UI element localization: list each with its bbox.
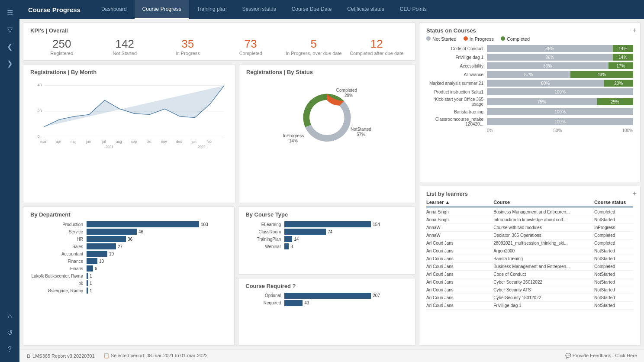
svg-text:sep: sep	[131, 140, 137, 144]
dept-row-service: Service 46	[30, 229, 227, 235]
footer-feedback[interactable]: 💬 Provide Feedback - Click Here	[565, 353, 637, 359]
footer-middle: 📋 Selected period: 08-mar-2021 to 01-mar…	[103, 353, 208, 359]
kpi-completed: 73 Completed	[219, 37, 283, 56]
kpi-registered-label: Registered	[30, 51, 93, 56]
menu-icon[interactable]: ☰	[7, 9, 13, 17]
status-bar-marked: Marked analysis summer 21 80% 20%	[426, 80, 633, 87]
list-item: Ari Couri Jans Code of Conduct NotStarte…	[426, 271, 633, 278]
footer-left: 🗋 LMS365 Report v3 20220301	[26, 353, 95, 359]
status-bar-accessibility: Accessibility 83% 17%	[426, 62, 633, 69]
kpi-title: KPI's | Overall	[30, 27, 408, 34]
status-bar-kickstart: *Kick-start your Office 365 usage 75% 25…	[426, 97, 633, 107]
status-courses-title: Status on Courses	[426, 27, 633, 34]
app-title: Course Progress	[28, 6, 80, 13]
course-type-card: By Course Type ELearning 154 ClassRoom 7…	[238, 207, 415, 275]
svg-text:apr: apr	[56, 140, 61, 144]
dept-row-finance: Finance 10	[30, 258, 227, 264]
left-panel: KPI's | Overall 250 Registered 142 Not S…	[19, 19, 419, 349]
kpi-card: KPI's | Overall 250 Registered 142 Not S…	[23, 23, 415, 61]
nav-training-plan[interactable]: Training plan	[189, 0, 235, 19]
bar-axis: 0%50%100%	[426, 128, 633, 133]
kpi-registered: 250 Registered	[30, 37, 93, 56]
kpi-in-progress-label: In Progress	[156, 51, 219, 56]
kpi-completed-overdue-value: 12	[345, 37, 409, 51]
kpi-completed-label: Completed	[219, 51, 283, 56]
svg-text:NotStarted: NotStarted	[351, 127, 371, 132]
list-item: AnnaW Declaton 365 Operations Completed	[426, 232, 633, 239]
list-item: Anna Singh Business Management and Entre…	[426, 208, 633, 216]
list-item: Ari Couri Jans CyberSecurity 18012022 No…	[426, 294, 633, 302]
list-body: Anna Singh Business Management and Entre…	[426, 208, 633, 341]
footer: 🗋 LMS365 Report v3 20220301 📋 Selected p…	[19, 349, 644, 362]
svg-text:0: 0	[37, 134, 39, 139]
kpi-in-progress-value: 35	[156, 37, 219, 51]
nav-course-due-date[interactable]: Course Due Date	[284, 0, 340, 19]
refresh-icon[interactable]: ↺	[7, 329, 13, 337]
status-bar-allowance: Allowance 57% 43%	[426, 71, 633, 78]
main-area: Course Progress Dashboard Course Progres…	[19, 0, 644, 362]
kpi-completed-value: 73	[219, 37, 283, 51]
kpi-completed-overdue: 12 Completed after due date	[345, 37, 409, 56]
dept-title: By Department	[30, 211, 227, 218]
course-required-title: Course Required ?	[245, 283, 408, 289]
expand-right-icon[interactable]: ❯	[7, 59, 13, 68]
svg-text:mar: mar	[40, 140, 46, 144]
kpi-overdue-label: In Progress, over due date	[282, 51, 345, 56]
course-required-card: Course Required ? Optional 207 Required …	[238, 278, 415, 346]
nav-course-progress[interactable]: Course Progress	[135, 0, 189, 19]
svg-text:57%: 57%	[357, 132, 365, 137]
svg-text:jan: jan	[191, 140, 196, 144]
course-type-bars: ELearning 154 ClassRoom 74 TrainingPlan	[245, 221, 408, 249]
kpi-values: 250 Registered 142 Not Started 35 In Pro…	[30, 37, 408, 56]
svg-text:okt: okt	[147, 140, 152, 144]
status-courses-add-button[interactable]: +	[633, 26, 637, 34]
svg-marker-6	[44, 86, 224, 127]
nav-items: Dashboard Course Progress Training plan …	[93, 0, 435, 19]
kpi-overdue-value: 5	[282, 37, 345, 51]
cr-row-required: Required 43	[245, 300, 408, 306]
nav-dashboard[interactable]: Dashboard	[93, 0, 135, 19]
donut-svg: Completed 29% InProgress 14% NotStarted …	[284, 79, 370, 157]
svg-text:20: 20	[37, 109, 42, 113]
registrations-status-card: Registrations | By Status	[239, 64, 415, 203]
svg-text:2021: 2021	[106, 145, 114, 149]
list-learners-add-button[interactable]: +	[633, 190, 637, 197]
dept-row-production: Production 103	[30, 221, 227, 227]
nav-session-status[interactable]: Session status	[235, 0, 284, 19]
nav-certificate-status[interactable]: Cetificate status	[339, 0, 392, 19]
kpi-in-progress: 35 In Progress	[156, 37, 219, 56]
status-courses-card: + Status on Courses Not Started In Progr…	[419, 23, 641, 182]
svg-point-21	[313, 103, 341, 132]
list-item: Ari Couri Jans Business Management and E…	[426, 263, 633, 271]
help-icon[interactable]: ?	[8, 346, 12, 353]
legend-in-progress: In Progress	[464, 36, 494, 42]
home-icon[interactable]: ⌂	[8, 312, 12, 320]
svg-text:jul: jul	[102, 140, 106, 144]
legend-completed: Completed	[501, 36, 530, 42]
list-item: Anna Singh Introduction to knowledge abo…	[426, 216, 633, 224]
course-required-bars: Optional 207 Required 43	[245, 293, 408, 306]
status-bar-barista: Barista træning 100%	[426, 108, 633, 115]
charts-bottom-row: By Department Production 103 Service 46	[23, 207, 415, 346]
kpi-not-started-label: Not Started	[93, 51, 157, 56]
collapse-left-icon[interactable]: ❮	[7, 42, 13, 51]
donut-area: Completed 29% InProgress 14% NotStarted …	[246, 79, 408, 157]
filter-icon[interactable]: ▽	[7, 26, 13, 34]
svg-text:29%: 29%	[345, 93, 353, 98]
sidebar: ☰ ▽ ❮ ❯ ⌂ ↺ ?	[0, 0, 19, 362]
dept-row-finans: Finans 6	[30, 265, 227, 272]
legend-not-started: Not Started	[426, 36, 457, 42]
registrations-month-title: Registrations | By Month	[30, 69, 228, 75]
list-item: Ari Couri Jans Cyber Security ATS NotSta…	[426, 286, 633, 294]
right-panel: + Status on Courses Not Started In Progr…	[419, 19, 644, 349]
kpi-not-started-value: 142	[93, 37, 157, 51]
list-item: Ari Couri Jans Barista træning NotStarte…	[426, 255, 633, 263]
list-learners-card: + List by learners Learner ▲ Course Cour…	[419, 186, 641, 346]
nav-ceu-points[interactable]: CEU Points	[392, 0, 435, 19]
list-item: Ari Couri Jans Argon2000 NotStarted	[426, 247, 633, 255]
status-bar-code-of-conduct: Code of Conduct 86% 14%	[426, 45, 633, 52]
svg-text:14%: 14%	[289, 139, 298, 143]
ct-row-elearning: ELearning 154	[245, 221, 408, 227]
dept-row-accountant: Accountant 19	[30, 251, 227, 257]
dept-bars: Production 103 Service 46 HR 36	[30, 221, 227, 294]
